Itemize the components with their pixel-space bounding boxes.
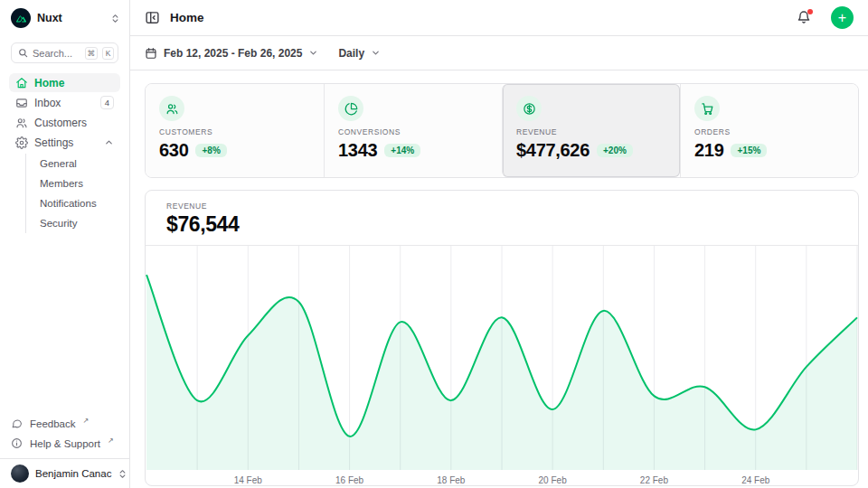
stat-value: $477,626 xyxy=(516,140,590,161)
sidebar-item-members[interactable]: Members xyxy=(26,174,120,193)
home-icon xyxy=(15,77,28,89)
external-link-icon: ↗ xyxy=(83,417,90,425)
users-icon xyxy=(15,117,28,129)
chevron-up-icon xyxy=(104,137,114,147)
page-header: Home + xyxy=(130,0,868,36)
stat-value: 630 xyxy=(159,140,188,161)
stat-card-orders[interactable]: ORDERS 219 +15% xyxy=(680,84,858,177)
users-icon xyxy=(159,96,184,121)
search-input[interactable]: Search... ⌘ K xyxy=(11,42,118,63)
collapse-sidebar-icon[interactable] xyxy=(145,10,161,26)
chart-header: REVENUE $76,544 xyxy=(146,191,858,246)
x-axis-tick-label: 14 Feb xyxy=(234,475,263,485)
chart-metric-value: $76,544 xyxy=(166,212,837,237)
sidebar-spacer xyxy=(0,233,129,414)
stat-value: 219 xyxy=(694,140,723,161)
x-axis-tick-label: 22 Feb xyxy=(640,475,669,485)
external-link-icon: ↗ xyxy=(108,436,114,445)
calendar-icon xyxy=(145,47,157,60)
notification-dot xyxy=(807,9,813,14)
dollar-circle-icon xyxy=(516,96,542,121)
user-name: Benjamin Canac xyxy=(35,468,111,479)
sidebar-item-general[interactable]: General xyxy=(26,154,120,174)
granularity-select[interactable]: Daily xyxy=(338,47,381,60)
user-menu[interactable]: Benjamin Canac xyxy=(0,458,129,488)
kbd-k: K xyxy=(102,47,114,60)
sidebar-item-label: Settings xyxy=(34,136,98,149)
stat-label: ORDERS xyxy=(694,127,844,136)
page-title: Home xyxy=(170,11,788,24)
workspace-switcher[interactable]: Nuxt xyxy=(11,7,120,29)
chart-metric-label: REVENUE xyxy=(166,202,837,211)
notifications-button[interactable] xyxy=(797,10,813,26)
sidebar-item-label: Customers xyxy=(34,117,114,129)
revenue-chart-card: REVENUE $76,544 14 Feb16 Feb18 Feb20 Feb… xyxy=(145,190,859,486)
content: CUSTOMERS 630 +8% CONVERSIONS 1343 +14% xyxy=(130,70,868,488)
revenue-area-chart[interactable]: 14 Feb16 Feb18 Feb20 Feb22 Feb24 Feb xyxy=(146,246,858,486)
sidebar: Nuxt Search... ⌘ K Home xyxy=(0,0,130,488)
x-axis-tick-label: 24 Feb xyxy=(741,475,770,485)
stat-label: REVENUE xyxy=(516,127,666,136)
sidebar-item-inbox[interactable]: Inbox 4 xyxy=(9,93,120,112)
date-range-value: Feb 12, 2025 - Feb 26, 2025 xyxy=(164,47,302,60)
sidebar-item-customers[interactable]: Customers xyxy=(9,113,120,132)
dashboard-app: Nuxt Search... ⌘ K Home xyxy=(0,0,868,488)
sidebar-item-security[interactable]: Security xyxy=(26,213,120,233)
sidebar-item-label: Home xyxy=(34,77,114,89)
chevron-down-icon xyxy=(371,48,381,58)
avatar xyxy=(11,465,29,483)
main-area: Home + Feb 12, 2025 - Feb 26, 2025 Daily xyxy=(130,0,868,488)
stat-label: CUSTOMERS xyxy=(159,127,310,136)
chevron-down-icon xyxy=(308,48,318,58)
sidebar-nav: Home Inbox 4 Customers Settings xyxy=(9,73,120,233)
feedback-label: Feedback xyxy=(30,418,76,429)
chevron-up-down-icon xyxy=(110,14,120,23)
chat-bubble-icon xyxy=(11,418,24,430)
x-axis-tick-label: 16 Feb xyxy=(335,475,364,485)
stat-card-customers[interactable]: CUSTOMERS 630 +8% xyxy=(146,84,324,177)
filters-toolbar: Feb 12, 2025 - Feb 26, 2025 Daily xyxy=(130,36,868,70)
kbd-cmd: ⌘ xyxy=(85,47,99,60)
inbox-icon xyxy=(15,97,28,109)
pie-chart-icon xyxy=(338,96,363,121)
feedback-link[interactable]: Feedback ↗ xyxy=(9,414,120,434)
date-range-picker[interactable]: Feb 12, 2025 - Feb 26, 2025 xyxy=(145,47,318,60)
sidebar-item-label: Inbox xyxy=(34,97,94,109)
stat-delta-badge: +15% xyxy=(731,144,767,157)
stat-label: CONVERSIONS xyxy=(338,127,488,136)
info-circle-icon xyxy=(11,437,24,450)
help-support-label: Help & Support xyxy=(30,438,100,449)
chevron-up-down-icon xyxy=(118,469,127,479)
stat-delta-badge: +14% xyxy=(384,144,420,157)
inbox-count-badge: 4 xyxy=(100,96,114,109)
stats-strip: CUSTOMERS 630 +8% CONVERSIONS 1343 +14% xyxy=(145,83,859,178)
sidebar-footer-links: Feedback ↗ Help & Support ↗ xyxy=(9,414,120,454)
sidebar-item-notifications[interactable]: Notifications xyxy=(26,193,120,213)
add-button[interactable]: + xyxy=(831,6,854,29)
cart-icon xyxy=(694,96,720,121)
x-axis-tick-label: 20 Feb xyxy=(539,475,568,485)
nuxt-logo-icon xyxy=(11,8,31,28)
granularity-value: Daily xyxy=(338,47,364,60)
gear-icon xyxy=(15,136,28,149)
help-support-link[interactable]: Help & Support ↗ xyxy=(9,434,120,454)
stat-delta-badge: +20% xyxy=(597,144,633,157)
sidebar-item-home[interactable]: Home xyxy=(9,73,120,92)
stat-delta-badge: +8% xyxy=(195,144,226,157)
stat-card-revenue[interactable]: REVENUE $477,626 +20% xyxy=(502,84,680,177)
search-placeholder: Search... xyxy=(33,48,80,59)
search-icon xyxy=(18,48,28,58)
sidebar-item-settings[interactable]: Settings xyxy=(9,133,120,152)
workspace-name: Nuxt xyxy=(37,12,104,24)
settings-submenu: General Members Notifications Security xyxy=(25,154,120,233)
stat-card-conversions[interactable]: CONVERSIONS 1343 +14% xyxy=(324,84,502,177)
stat-value: 1343 xyxy=(338,140,377,161)
x-axis-tick-label: 18 Feb xyxy=(437,475,466,485)
